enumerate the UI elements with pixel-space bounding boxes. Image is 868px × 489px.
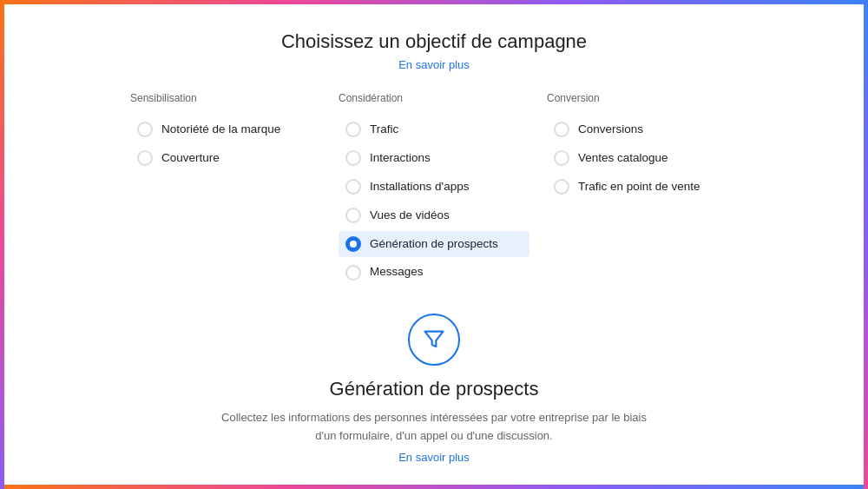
radio-messages [345,265,361,281]
option-generation-prospects[interactable]: Génération de prospects [339,231,529,258]
description-title: Génération de prospects [330,378,539,400]
description-text: Collectez les informations des personnes… [217,409,651,446]
radio-vues-videos [345,208,361,223]
option-label-generation-prospects: Génération de prospects [370,236,498,253]
funnel-icon-circle [408,314,460,366]
option-label-trafic-point-vente: Trafic en point de vente [578,179,700,195]
page-learn-more-link[interactable]: En savoir plus [398,58,470,71]
option-interactions[interactable]: Interactions [339,145,529,172]
description-learn-more-link[interactable]: En savoir plus [398,451,470,464]
radio-couverture [137,150,153,166]
option-label-vues-videos: Vues de vidéos [370,208,450,224]
column-header-conversion: Conversion [547,92,738,104]
option-label-messages: Messages [370,264,424,281]
radio-interactions [345,150,361,166]
option-trafic[interactable]: Trafic [339,116,529,143]
option-conversions[interactable]: Conversions [547,116,738,143]
column-header-consideration: Considération [339,92,529,104]
option-vues-videos[interactable]: Vues de vidéos [339,202,529,229]
description-section: Génération de prospects Collectez les in… [217,314,651,464]
radio-conversions [554,122,569,137]
option-messages[interactable]: Messages [339,259,529,286]
radio-trafic-point-vente [554,179,569,195]
radio-notoriete [137,122,153,137]
option-label-trafic: Trafic [370,122,398,138]
option-ventes-catalogue[interactable]: Ventes catalogue [547,145,738,172]
page-title: Choisissez un objectif de campagne [281,30,587,53]
option-label-notoriete: Notoriété de la marque [161,122,280,138]
option-label-installations: Installations d'apps [370,179,469,195]
column-header-sensibilisation: Sensibilisation [130,92,321,104]
radio-ventes-catalogue [554,150,569,166]
radio-trafic [345,122,361,137]
radio-generation-prospects [345,236,361,252]
columns-wrapper: Sensibilisation Notoriété de la marque C… [122,92,746,287]
option-notoriete[interactable]: Notoriété de la marque [130,116,321,143]
funnel-icon [422,327,446,352]
column-consideration: Considération Trafic Interactions Instal… [330,92,538,287]
option-label-couverture: Couverture [161,150,220,167]
radio-installations [345,179,361,195]
option-label-interactions: Interactions [370,150,431,167]
option-installations[interactable]: Installations d'apps [339,174,529,201]
column-sensibilisation: Sensibilisation Notoriété de la marque C… [122,92,330,287]
column-conversion: Conversion Conversions Ventes catalogue … [538,92,746,287]
option-label-ventes-catalogue: Ventes catalogue [578,150,668,167]
option-trafic-point-vente[interactable]: Trafic en point de vente [547,174,738,201]
option-couverture[interactable]: Couverture [130,145,321,172]
option-label-conversions: Conversions [578,122,643,138]
